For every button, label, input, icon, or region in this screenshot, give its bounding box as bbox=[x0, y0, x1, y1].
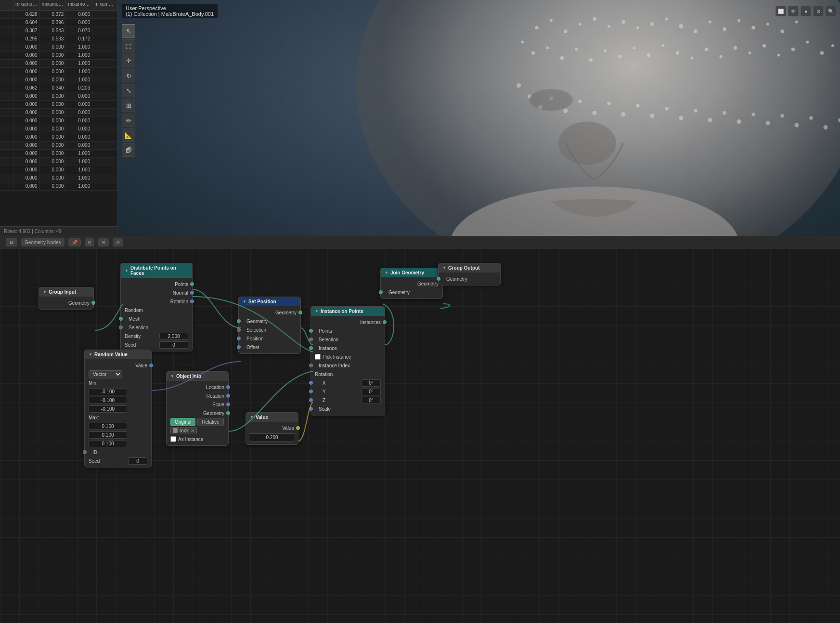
socket-sp-geom-out[interactable] bbox=[298, 311, 302, 314]
viewport-btn-view[interactable]: 👁 bbox=[788, 6, 799, 16]
node-object-info[interactable]: ▼ Object Info Location Rotation Scale Ge… bbox=[166, 371, 229, 446]
viewport-btn-overlay[interactable]: ⊙ bbox=[813, 6, 824, 16]
node-group-output[interactable]: ▼ Group Output Geometry bbox=[438, 263, 501, 286]
viewport-controls[interactable]: ⬜ 👁 ● ⊙ 🔍 bbox=[775, 6, 836, 16]
add-cube-tool[interactable]: 🗊 bbox=[122, 143, 135, 157]
socket-value-out[interactable] bbox=[149, 363, 153, 367]
snap-btn[interactable]: ⊙ bbox=[113, 238, 123, 247]
socket-points-in[interactable] bbox=[309, 329, 313, 333]
original-btn[interactable]: Original bbox=[170, 418, 195, 426]
editor-type-btn[interactable]: 🖥 bbox=[6, 238, 17, 247]
svg-point-61 bbox=[708, 118, 712, 122]
value-display[interactable]: 0.200 bbox=[249, 433, 295, 441]
node-group-input-header[interactable]: ▼ Group Input bbox=[39, 287, 93, 297]
as-instance-checkbox[interactable] bbox=[170, 436, 176, 442]
socket-scale-out[interactable] bbox=[226, 402, 230, 406]
socket-id-in[interactable] bbox=[83, 450, 87, 454]
socket-geometry-out2[interactable] bbox=[226, 411, 230, 415]
socket-location-out[interactable] bbox=[226, 385, 230, 389]
socket-rot-x-in[interactable] bbox=[309, 381, 313, 385]
rot-y-input[interactable] bbox=[362, 388, 381, 395]
select-box-tool[interactable]: ⬚ bbox=[122, 39, 135, 52]
socket-rotation-out[interactable] bbox=[190, 299, 194, 303]
viewport-3d[interactable]: User Perspective (1) Collection | MaleBr… bbox=[118, 0, 840, 236]
geometry-nodes-btn[interactable]: Geometry Nodes bbox=[21, 238, 65, 247]
node-group-output-header[interactable]: ▼ Group Output bbox=[439, 263, 500, 273]
svg-point-29 bbox=[604, 50, 607, 52]
socket-instance-in[interactable] bbox=[309, 346, 313, 350]
socket-inst-index-in[interactable] bbox=[309, 363, 313, 367]
socket-join-geom-in[interactable] bbox=[379, 290, 383, 294]
socket-rot-z-in[interactable] bbox=[309, 398, 313, 402]
node-set-position-body: Geometry Geometry Selection Position Off… bbox=[239, 306, 300, 353]
socket-rotation-out2[interactable] bbox=[226, 394, 230, 398]
socket-sp-pos-in[interactable] bbox=[237, 337, 241, 340]
socket-mesh-in[interactable] bbox=[119, 317, 123, 321]
max-z-input[interactable] bbox=[89, 440, 127, 447]
socket-rot-y-in[interactable] bbox=[309, 389, 313, 393]
svg-point-65 bbox=[766, 121, 770, 125]
rot-x-input[interactable] bbox=[362, 379, 381, 387]
socket-selection-in[interactable] bbox=[119, 325, 123, 329]
rock-badge[interactable]: rock ✕ bbox=[170, 427, 197, 434]
measure-tool[interactable]: 📐 bbox=[122, 129, 135, 142]
node-object-info-header[interactable]: ▼ Object Info bbox=[167, 372, 228, 381]
socket-inst-sel-in[interactable] bbox=[309, 337, 313, 341]
min-x-input[interactable] bbox=[89, 388, 127, 395]
svg-point-44 bbox=[820, 51, 824, 55]
node-distribute-points[interactable]: ▼ Distribute Points on Faces Points Norm… bbox=[120, 263, 193, 351]
socket-go-geom-in[interactable] bbox=[437, 277, 440, 281]
min-y-input[interactable] bbox=[89, 397, 127, 404]
socket-points-out[interactable] bbox=[190, 282, 194, 286]
move-tool[interactable]: ✛ bbox=[122, 54, 135, 67]
node-set-position[interactable]: ▼ Set Position Geometry Geometry Selecti… bbox=[238, 297, 301, 354]
pick-instance-checkbox[interactable] bbox=[315, 354, 321, 360]
socket-sp-sel-in[interactable] bbox=[237, 328, 241, 332]
node-join-header[interactable]: ▼ Join Geometry bbox=[381, 268, 442, 277]
node-value-header[interactable]: ▼ Value bbox=[246, 413, 298, 422]
socket-scale-in[interactable] bbox=[309, 407, 313, 411]
node-group-output-body: Geometry bbox=[439, 273, 500, 285]
cursor-tool[interactable]: ↖ bbox=[122, 24, 135, 38]
node-value[interactable]: ▼ Value Value 0.200 bbox=[246, 412, 298, 445]
socket-sp-off-in[interactable] bbox=[237, 345, 241, 349]
rot-z-input[interactable] bbox=[362, 397, 381, 404]
node-join-geometry[interactable]: ▼ Join Geometry Geometry Geometry bbox=[380, 268, 443, 299]
density-input[interactable] bbox=[159, 333, 188, 340]
node-instance-header[interactable]: ▼ Instance on Points bbox=[311, 307, 385, 316]
node-distribute-header[interactable]: ▼ Distribute Points on Faces bbox=[121, 263, 192, 278]
node-random-value[interactable]: ▼ Random Value Value Vector Float Intege… bbox=[84, 350, 152, 467]
socket-instances-out[interactable] bbox=[383, 320, 387, 324]
node-row-max-label: Max: bbox=[85, 413, 151, 422]
socket-val-out[interactable] bbox=[296, 426, 300, 430]
svg-point-10 bbox=[621, 20, 625, 24]
socket-normal-out[interactable] bbox=[190, 291, 194, 295]
svg-point-71 bbox=[530, 89, 573, 111]
relative-btn[interactable]: Relative bbox=[197, 418, 223, 426]
seed-input[interactable] bbox=[159, 341, 188, 349]
pin-btn[interactable]: 📌 bbox=[68, 238, 81, 247]
socket-geometry-out[interactable] bbox=[91, 301, 95, 305]
viewport-btn-mode[interactable]: ⬜ bbox=[775, 6, 786, 16]
viewport-btn-shading[interactable]: 🔍 bbox=[826, 6, 836, 16]
max-y-input[interactable] bbox=[89, 431, 127, 439]
node-instance-on-points[interactable]: ▼ Instance on Points Instances Points Se… bbox=[310, 306, 385, 415]
node-group-input[interactable]: ▼ Group Input Geometry bbox=[39, 287, 94, 310]
seed-rv-input[interactable] bbox=[128, 457, 147, 465]
node-row-geometry-out2: Geometry bbox=[167, 409, 228, 417]
node-row-sp-sel-in: Selection bbox=[239, 325, 300, 334]
viewport-btn-render[interactable]: ● bbox=[801, 6, 811, 16]
node-set-position-header[interactable]: ▼ Set Position bbox=[239, 297, 300, 306]
socket-sp-geom-in[interactable] bbox=[237, 319, 241, 323]
min-z-input[interactable] bbox=[89, 405, 127, 413]
transform-tool[interactable]: ⊞ bbox=[122, 99, 135, 112]
rock-remove-btn[interactable]: ✕ bbox=[191, 428, 194, 433]
scale-tool[interactable]: ⤡ bbox=[122, 84, 135, 97]
copy-btn[interactable]: ⎘ bbox=[85, 238, 94, 247]
annotate-tool[interactable]: ✏ bbox=[122, 114, 135, 127]
node-random-value-header[interactable]: ▼ Random Value bbox=[85, 350, 151, 359]
type-select[interactable]: Vector Float Integer Boolean bbox=[89, 370, 122, 378]
rotate-tool[interactable]: ↻ bbox=[122, 69, 135, 82]
max-x-input[interactable] bbox=[89, 423, 127, 430]
close-btn[interactable]: ✕ bbox=[98, 238, 109, 247]
